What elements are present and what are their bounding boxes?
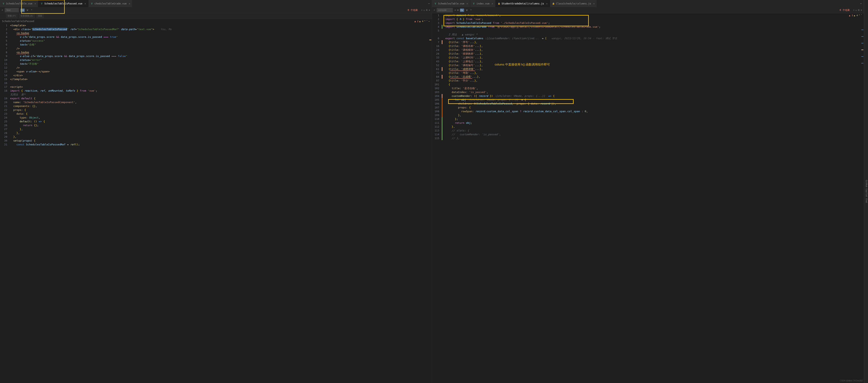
code-line[interactable]: 1import moment from 'moment/moment'; [432, 13, 864, 17]
line-content[interactable]: props: { [10, 108, 432, 112]
code-line[interactable]: 3import SchedulesTableIsPassed from './S… [432, 21, 864, 25]
code-line[interactable]: 77 {title: '考勤'...}, [432, 71, 864, 75]
line-content[interactable]: setup(props) { [10, 139, 432, 142]
code-line[interactable]: 112 }, [432, 125, 864, 129]
fold-gutter[interactable] [442, 17, 445, 21]
line-content[interactable]: name: 'SchedulesTableIsPassedComponent', [10, 100, 432, 104]
code-line[interactable]: 104 customRender: ({ record }) :{childre… [432, 94, 864, 98]
line-content[interactable]: {title: '授课教师'...}, [445, 52, 864, 56]
line-content[interactable]: children: h(SchedulesTableIsPassed, prop… [445, 102, 864, 105]
code-line[interactable]: 101 { [432, 83, 864, 86]
next-match-icon[interactable]: ↓ [856, 9, 857, 11]
next-match-icon[interactable]: ↓ [424, 9, 425, 11]
warning-badge[interactable]: ▲ 4 [854, 14, 858, 17]
code-line[interactable]: 28 }, [0, 131, 432, 135]
code-line[interactable]: 24 {title: '课程模块'...}, [432, 48, 864, 52]
tab-schedulestable-vue[interactable]: VSchedulesTable.vue× [432, 0, 470, 7]
code-line[interactable]: 无用法 新* [0, 93, 432, 96]
code-line[interactable]: 24 type: Object, [0, 116, 432, 120]
code-line[interactable]: 2import { h } from 'vue'; [432, 17, 864, 21]
fold-gutter[interactable] [442, 59, 445, 63]
fold-gutter[interactable] [442, 113, 445, 117]
tab-schedulestableispassed-vue[interactable]: VSchedulesTableIsPassed.vue× [38, 0, 88, 7]
code-line[interactable]: 22 props: { [0, 108, 432, 112]
close-icon[interactable]: × [466, 2, 468, 5]
fold-gutter[interactable] [442, 63, 445, 67]
fold-gutter[interactable] [442, 98, 445, 102]
warning-badge[interactable]: ▲ 4 [419, 20, 423, 23]
code-line[interactable]: 30 setup(props) { [0, 139, 432, 142]
line-content[interactable]: {title: '序号'...}, [445, 40, 864, 44]
code-line[interactable]: 4 v-if="data_props.score && data_props.s… [0, 35, 432, 39]
line-content[interactable]: 2 用法 ▲ wangyc * [445, 33, 864, 36]
word-toggle[interactable]: W [26, 8, 29, 12]
line-content[interactable]: {title: '成绩详情'...}, [445, 67, 864, 71]
line-content[interactable]: /> [10, 46, 432, 50]
code-line[interactable]: 16 {title: '课程名称'...}, [432, 44, 864, 48]
line-content[interactable]: export default { [10, 96, 432, 100]
code-line[interactable]: 14 </div> [0, 73, 432, 77]
fold-gutter[interactable] [442, 136, 445, 140]
line-content[interactable]: <template> [10, 24, 432, 27]
tab-schedulestable-vue[interactable]: VSchedulesTable.vue× [0, 0, 38, 7]
code-line[interactable]: 113 // slots: { [432, 129, 864, 132]
line-content[interactable]: text="不合格" [10, 62, 432, 66]
code-line[interactable]: 5 status="success" [0, 39, 432, 43]
tab-classschedule-columns-js[interactable]: 🔒ClassSchedule/columns.js× [550, 0, 597, 7]
code-line[interactable]: 27 }, [0, 127, 432, 131]
search-input[interactable] [437, 8, 453, 12]
line-content[interactable]: let obj :{children: VNode, props: {...}}… [445, 98, 864, 102]
line-content[interactable]: {title: '课程名称'...}, [445, 44, 864, 48]
line-content[interactable]: status="success" [10, 39, 432, 43]
code-line[interactable]: 31 const SchedulesTableIsPassedRef = ref… [0, 142, 432, 147]
breadcrumb[interactable]: SchedulesTableIsPassed ▲ 2 ▲ 4 ^ ˇ ⋯ [0, 19, 432, 24]
code-line[interactable]: 9 v-else-if="data_props.score && data_pr… [0, 54, 432, 58]
code-line[interactable]: 107 props: { [432, 105, 864, 109]
line-content[interactable]: </template> [10, 77, 432, 81]
fold-gutter[interactable] [442, 48, 445, 52]
code-line[interactable]: 20 name: 'SchedulesTableIsPassedComponen… [0, 100, 432, 104]
code-line[interactable]: 109 }, [432, 113, 864, 117]
nav-down-icon[interactable]: ˇ [861, 14, 862, 17]
line-content[interactable]: export const baseColumns :[{customRender… [445, 36, 864, 40]
fold-gutter[interactable] [442, 33, 445, 36]
code-line[interactable]: 7 /> [0, 46, 432, 50]
fold-gutter[interactable] [442, 75, 445, 79]
more-icon[interactable]: ⋯ [428, 20, 430, 23]
line-content[interactable]: // customRender: 'is_passed', [445, 132, 864, 136]
code-line[interactable]: 6export const baseColumns :[{customRende… [432, 36, 864, 40]
fold-gutter[interactable] [442, 105, 445, 109]
right-code-editor[interactable]: ▲ 3 ▲ 4 ^ ˇ 1import moment from 'moment/… [432, 13, 864, 383]
line-content[interactable]: }; [445, 117, 864, 121]
code-line[interactable]: 23 data: { [0, 112, 432, 116]
more-icon[interactable]: ⋯ [860, 2, 862, 5]
code-line[interactable]: 28 {title: '授课教师'...}, [432, 52, 864, 56]
line-content[interactable]: default: () => { [10, 120, 432, 123]
code-line[interactable]: 10 status="error" [0, 58, 432, 62]
case-toggle[interactable]: Cc [21, 8, 25, 12]
line-content[interactable]: {title: '课程模块'...}, [445, 48, 864, 52]
line-content[interactable]: type: Object, [10, 116, 432, 120]
code-line[interactable]: 111 return obj; [432, 121, 864, 125]
fold-gutter[interactable] [442, 79, 445, 83]
code-line[interactable]: 12 /> [0, 66, 432, 70]
code-line[interactable]: 1<template> [0, 24, 432, 27]
prev-match-icon[interactable]: ↑ [853, 9, 855, 11]
fold-gutter[interactable] [442, 121, 445, 125]
line-content[interactable]: <span v-else>-</span> [10, 70, 432, 73]
tab-chedulestablegrade-vue[interactable]: VchedulesTableGrade.vue× [88, 0, 132, 7]
code-line[interactable]: 26 return {}; [0, 123, 432, 127]
close-icon[interactable]: × [592, 2, 595, 5]
line-content[interactable]: props: { [445, 105, 864, 109]
exclude-button[interactable]: 排除 [36, 14, 44, 18]
code-line[interactable]: 8 <a-badge [0, 50, 432, 54]
search-icon[interactable]: ⌕ [434, 9, 435, 11]
replace-input[interactable]: 替换(P) [6, 14, 18, 18]
close-search-icon[interactable]: × [455, 9, 456, 11]
code-line[interactable]: 6 text="合格" [0, 43, 432, 46]
code-line[interactable]: 115 // }, [432, 136, 864, 140]
code-line[interactable]: 15</template> [0, 77, 432, 81]
code-line[interactable]: 29 }, [0, 135, 432, 139]
line-content[interactable]: }, [10, 127, 432, 131]
fold-gutter[interactable] [442, 36, 445, 40]
